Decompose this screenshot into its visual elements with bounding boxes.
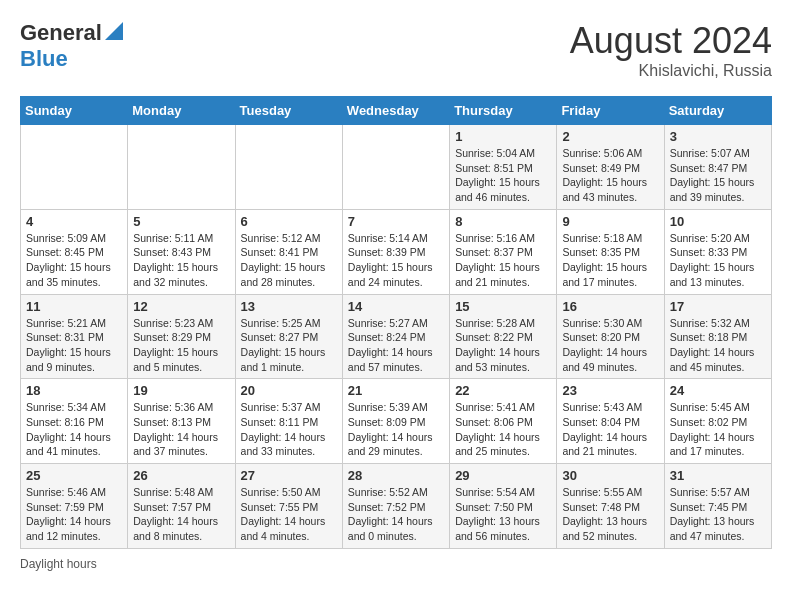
day-info: Sunrise: 5:11 AMSunset: 8:43 PMDaylight:… [133, 231, 229, 290]
calendar-day-cell: 23Sunrise: 5:43 AMSunset: 8:04 PMDayligh… [557, 379, 664, 464]
calendar-day-cell: 9Sunrise: 5:18 AMSunset: 8:35 PMDaylight… [557, 209, 664, 294]
day-info: Sunrise: 5:18 AMSunset: 8:35 PMDaylight:… [562, 231, 658, 290]
day-info: Sunrise: 5:36 AMSunset: 8:13 PMDaylight:… [133, 400, 229, 459]
day-number: 6 [241, 214, 337, 229]
day-info: Sunrise: 5:55 AMSunset: 7:48 PMDaylight:… [562, 485, 658, 544]
day-number: 10 [670, 214, 766, 229]
calendar-header-row: SundayMondayTuesdayWednesdayThursdayFrid… [21, 97, 772, 125]
calendar-day-cell [342, 125, 449, 210]
calendar-day-cell [21, 125, 128, 210]
day-info: Sunrise: 5:06 AMSunset: 8:49 PMDaylight:… [562, 146, 658, 205]
calendar-day-header: Tuesday [235, 97, 342, 125]
calendar-table: SundayMondayTuesdayWednesdayThursdayFrid… [20, 96, 772, 549]
location: Khislavichi, Russia [570, 62, 772, 80]
day-number: 21 [348, 383, 444, 398]
day-number: 23 [562, 383, 658, 398]
day-number: 8 [455, 214, 551, 229]
day-info: Sunrise: 5:54 AMSunset: 7:50 PMDaylight:… [455, 485, 551, 544]
calendar-day-cell: 20Sunrise: 5:37 AMSunset: 8:11 PMDayligh… [235, 379, 342, 464]
day-number: 20 [241, 383, 337, 398]
calendar-week-row: 18Sunrise: 5:34 AMSunset: 8:16 PMDayligh… [21, 379, 772, 464]
day-number: 11 [26, 299, 122, 314]
calendar-day-cell: 8Sunrise: 5:16 AMSunset: 8:37 PMDaylight… [450, 209, 557, 294]
day-info: Sunrise: 5:27 AMSunset: 8:24 PMDaylight:… [348, 316, 444, 375]
day-info: Sunrise: 5:32 AMSunset: 8:18 PMDaylight:… [670, 316, 766, 375]
calendar-day-cell: 26Sunrise: 5:48 AMSunset: 7:57 PMDayligh… [128, 464, 235, 549]
day-number: 22 [455, 383, 551, 398]
calendar-day-cell: 13Sunrise: 5:25 AMSunset: 8:27 PMDayligh… [235, 294, 342, 379]
day-info: Sunrise: 5:09 AMSunset: 8:45 PMDaylight:… [26, 231, 122, 290]
calendar-day-cell: 17Sunrise: 5:32 AMSunset: 8:18 PMDayligh… [664, 294, 771, 379]
daylight-label: Daylight hours [20, 557, 97, 571]
day-number: 24 [670, 383, 766, 398]
day-number: 1 [455, 129, 551, 144]
day-info: Sunrise: 5:20 AMSunset: 8:33 PMDaylight:… [670, 231, 766, 290]
calendar-day-cell: 14Sunrise: 5:27 AMSunset: 8:24 PMDayligh… [342, 294, 449, 379]
day-info: Sunrise: 5:34 AMSunset: 8:16 PMDaylight:… [26, 400, 122, 459]
day-info: Sunrise: 5:50 AMSunset: 7:55 PMDaylight:… [241, 485, 337, 544]
day-number: 15 [455, 299, 551, 314]
day-info: Sunrise: 5:43 AMSunset: 8:04 PMDaylight:… [562, 400, 658, 459]
page-header: General Blue August 2024 Khislavichi, Ru… [20, 20, 772, 80]
calendar-day-cell: 15Sunrise: 5:28 AMSunset: 8:22 PMDayligh… [450, 294, 557, 379]
svg-marker-0 [105, 22, 123, 40]
day-number: 14 [348, 299, 444, 314]
calendar-day-cell: 1Sunrise: 5:04 AMSunset: 8:51 PMDaylight… [450, 125, 557, 210]
calendar-day-cell: 31Sunrise: 5:57 AMSunset: 7:45 PMDayligh… [664, 464, 771, 549]
day-info: Sunrise: 5:21 AMSunset: 8:31 PMDaylight:… [26, 316, 122, 375]
day-number: 28 [348, 468, 444, 483]
day-number: 17 [670, 299, 766, 314]
day-info: Sunrise: 5:23 AMSunset: 8:29 PMDaylight:… [133, 316, 229, 375]
calendar-week-row: 11Sunrise: 5:21 AMSunset: 8:31 PMDayligh… [21, 294, 772, 379]
calendar-day-cell: 22Sunrise: 5:41 AMSunset: 8:06 PMDayligh… [450, 379, 557, 464]
day-info: Sunrise: 5:16 AMSunset: 8:37 PMDaylight:… [455, 231, 551, 290]
calendar-day-cell: 7Sunrise: 5:14 AMSunset: 8:39 PMDaylight… [342, 209, 449, 294]
calendar-day-cell: 12Sunrise: 5:23 AMSunset: 8:29 PMDayligh… [128, 294, 235, 379]
day-info: Sunrise: 5:12 AMSunset: 8:41 PMDaylight:… [241, 231, 337, 290]
day-number: 13 [241, 299, 337, 314]
logo-icon [105, 18, 123, 40]
day-info: Sunrise: 5:45 AMSunset: 8:02 PMDaylight:… [670, 400, 766, 459]
calendar-day-cell: 4Sunrise: 5:09 AMSunset: 8:45 PMDaylight… [21, 209, 128, 294]
day-number: 26 [133, 468, 229, 483]
calendar-day-cell: 5Sunrise: 5:11 AMSunset: 8:43 PMDaylight… [128, 209, 235, 294]
calendar-day-cell: 30Sunrise: 5:55 AMSunset: 7:48 PMDayligh… [557, 464, 664, 549]
day-info: Sunrise: 5:07 AMSunset: 8:47 PMDaylight:… [670, 146, 766, 205]
calendar-day-cell: 11Sunrise: 5:21 AMSunset: 8:31 PMDayligh… [21, 294, 128, 379]
day-number: 2 [562, 129, 658, 144]
calendar-day-cell: 21Sunrise: 5:39 AMSunset: 8:09 PMDayligh… [342, 379, 449, 464]
day-number: 25 [26, 468, 122, 483]
day-number: 5 [133, 214, 229, 229]
calendar-week-row: 25Sunrise: 5:46 AMSunset: 7:59 PMDayligh… [21, 464, 772, 549]
day-info: Sunrise: 5:52 AMSunset: 7:52 PMDaylight:… [348, 485, 444, 544]
calendar-week-row: 4Sunrise: 5:09 AMSunset: 8:45 PMDaylight… [21, 209, 772, 294]
day-info: Sunrise: 5:28 AMSunset: 8:22 PMDaylight:… [455, 316, 551, 375]
calendar-day-cell: 19Sunrise: 5:36 AMSunset: 8:13 PMDayligh… [128, 379, 235, 464]
day-number: 29 [455, 468, 551, 483]
month-title: August 2024 [570, 20, 772, 62]
calendar-day-header: Saturday [664, 97, 771, 125]
day-info: Sunrise: 5:25 AMSunset: 8:27 PMDaylight:… [241, 316, 337, 375]
calendar-week-row: 1Sunrise: 5:04 AMSunset: 8:51 PMDaylight… [21, 125, 772, 210]
calendar-day-header: Friday [557, 97, 664, 125]
logo-general-text: General [20, 20, 102, 46]
calendar-day-cell: 16Sunrise: 5:30 AMSunset: 8:20 PMDayligh… [557, 294, 664, 379]
day-info: Sunrise: 5:41 AMSunset: 8:06 PMDaylight:… [455, 400, 551, 459]
logo: General Blue [20, 20, 123, 72]
day-number: 27 [241, 468, 337, 483]
day-info: Sunrise: 5:57 AMSunset: 7:45 PMDaylight:… [670, 485, 766, 544]
calendar-day-cell: 28Sunrise: 5:52 AMSunset: 7:52 PMDayligh… [342, 464, 449, 549]
day-info: Sunrise: 5:37 AMSunset: 8:11 PMDaylight:… [241, 400, 337, 459]
day-number: 30 [562, 468, 658, 483]
day-number: 3 [670, 129, 766, 144]
day-number: 19 [133, 383, 229, 398]
day-info: Sunrise: 5:14 AMSunset: 8:39 PMDaylight:… [348, 231, 444, 290]
calendar-day-header: Thursday [450, 97, 557, 125]
day-number: 9 [562, 214, 658, 229]
calendar-day-cell: 18Sunrise: 5:34 AMSunset: 8:16 PMDayligh… [21, 379, 128, 464]
title-block: August 2024 Khislavichi, Russia [570, 20, 772, 80]
logo-blue-text: Blue [20, 46, 68, 71]
day-info: Sunrise: 5:39 AMSunset: 8:09 PMDaylight:… [348, 400, 444, 459]
calendar-day-cell: 27Sunrise: 5:50 AMSunset: 7:55 PMDayligh… [235, 464, 342, 549]
day-number: 7 [348, 214, 444, 229]
